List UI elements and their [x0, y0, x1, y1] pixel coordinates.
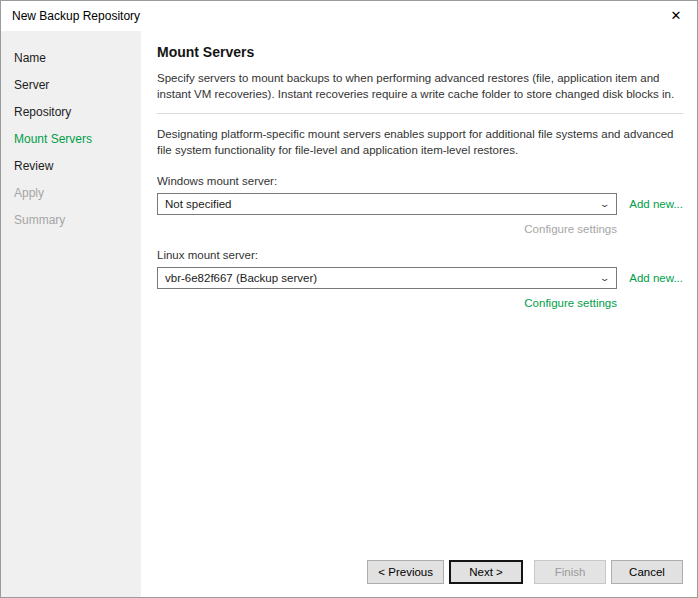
linux-add-new-link[interactable]: Add new... — [627, 272, 683, 284]
titlebar: New Backup Repository ✕ — [1, 1, 697, 31]
sidebar-item-mount-servers[interactable]: Mount Servers — [14, 126, 141, 153]
windows-mount-server-select[interactable]: Not specified ⌄ — [157, 193, 617, 215]
sidebar-item-server[interactable]: Server — [14, 72, 141, 99]
divider — [157, 113, 683, 114]
sidebar-item-name[interactable]: Name — [14, 45, 141, 72]
windows-configure-settings-link: Configure settings — [157, 223, 617, 235]
linux-configure-settings-link[interactable]: Configure settings — [157, 297, 617, 309]
page-title: Mount Servers — [157, 44, 683, 60]
windows-mount-server-value: Not specified — [165, 198, 231, 210]
close-icon[interactable]: ✕ — [665, 5, 687, 27]
sidebar-item-summary: Summary — [14, 207, 141, 234]
page-description: Specify servers to mount backups to when… — [157, 70, 683, 102]
wizard-steps-sidebar: Name Server Repository Mount Servers Rev… — [1, 31, 141, 597]
windows-mount-server-field: Windows mount server: Not specified ⌄ Ad… — [157, 175, 683, 235]
sidebar-item-review[interactable]: Review — [14, 153, 141, 180]
linux-mount-server-label: Linux mount server: — [157, 249, 683, 261]
chevron-down-icon: ⌄ — [600, 199, 611, 209]
main-content: Mount Servers Specify servers to mount b… — [141, 31, 697, 597]
wizard-footer: < Previous Next > Finish Cancel — [157, 560, 683, 585]
sidebar-item-repository[interactable]: Repository — [14, 99, 141, 126]
linux-mount-server-select[interactable]: vbr-6e82f667 (Backup server) ⌄ — [157, 267, 617, 289]
linux-mount-server-value: vbr-6e82f667 (Backup server) — [165, 272, 317, 284]
next-button[interactable]: Next > — [449, 560, 523, 584]
chevron-down-icon: ⌄ — [600, 273, 611, 283]
finish-button: Finish — [534, 560, 606, 584]
linux-mount-server-field: Linux mount server: vbr-6e82f667 (Backup… — [157, 249, 683, 309]
mount-servers-note: Designating platform-specific mount serv… — [157, 126, 683, 158]
windows-add-new-link[interactable]: Add new... — [627, 198, 683, 210]
windows-mount-server-label: Windows mount server: — [157, 175, 683, 187]
sidebar-item-apply: Apply — [14, 180, 141, 207]
cancel-button[interactable]: Cancel — [611, 560, 683, 584]
new-backup-repository-dialog: New Backup Repository ✕ Name Server Repo… — [0, 0, 698, 598]
window-title: New Backup Repository — [12, 9, 140, 23]
previous-button[interactable]: < Previous — [367, 560, 444, 584]
